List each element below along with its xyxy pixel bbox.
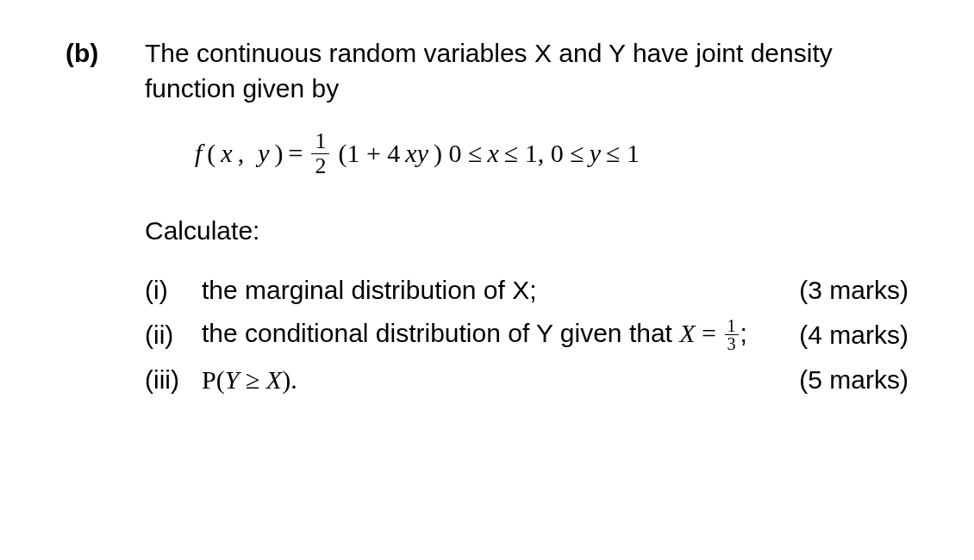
item-iii: (iii) P(Y ≥ X). (5 marks)	[145, 363, 908, 398]
question-block: (b) The continuous random variables X an…	[0, 0, 974, 406]
item-i: (i) the marginal distribution of X; (3 m…	[145, 273, 908, 308]
question-row: (b) The continuous random variables X an…	[66, 36, 908, 406]
question-label: (b)	[66, 36, 145, 72]
item-iii-text: P(Y ≥ X).	[202, 363, 779, 398]
comma: ,	[238, 136, 245, 171]
roman-iii: (iii)	[145, 363, 202, 398]
equals: =	[289, 136, 303, 171]
item-ii-prefix: the conditional distribution of Y given …	[202, 319, 679, 347]
item-i-marks: (3 marks)	[779, 273, 908, 308]
question-body: The continuous random variables X and Y …	[145, 36, 908, 406]
frac-num: 1	[311, 130, 329, 153]
x-arg: x	[221, 136, 232, 171]
xy-term: xy	[405, 136, 428, 171]
fraction-half: 1 2	[311, 130, 329, 177]
intro-line-1: The continuous random variables X and Y …	[145, 39, 833, 67]
calculate-heading: Calculate:	[145, 214, 908, 249]
joint-density-formula: f(x,y) = 1 2 (1 + 4xy ) 0 ≤ x ≤ 1, 0 ≤ y…	[195, 130, 908, 177]
item-ii: (ii) the conditional distribution of Y g…	[145, 316, 908, 354]
frac-sm-den: 3	[725, 334, 739, 352]
item-ii-suffix: ;	[740, 319, 747, 347]
X-var: X	[679, 319, 695, 347]
range-end: ≤ 1	[606, 136, 640, 171]
intro-text: The continuous random variables X and Y …	[145, 36, 908, 106]
poly-open: (1 + 4	[338, 136, 400, 171]
fraction-one-third: 13	[725, 317, 739, 352]
frac-sm-num: 1	[725, 317, 739, 334]
item-ii-marks: (4 marks)	[779, 318, 908, 353]
subquestion-list: (i) the marginal distribution of X; (3 m…	[145, 273, 908, 398]
item-iii-math: P(Y ≥ X).	[202, 365, 297, 394]
f-symbol: f	[195, 136, 202, 171]
roman-i: (i)	[145, 273, 202, 308]
item-ii-text: the conditional distribution of Y given …	[202, 316, 779, 354]
roman-ii: (ii)	[145, 318, 202, 353]
close-paren: )	[275, 136, 284, 171]
frac-den: 2	[311, 153, 329, 177]
item-iii-marks: (5 marks)	[779, 363, 908, 398]
item-i-text: the marginal distribution of X;	[202, 273, 779, 308]
intro-line-2: function given by	[145, 74, 339, 103]
y-arg: y	[258, 136, 269, 171]
y-var: y	[590, 136, 601, 171]
range-mid: ≤ 1, 0 ≤	[504, 136, 584, 171]
eq-sign: =	[696, 319, 723, 347]
poly-close-range1: ) 0 ≤	[434, 136, 482, 171]
x-var: x	[487, 136, 498, 171]
open-paren: (	[207, 136, 215, 171]
